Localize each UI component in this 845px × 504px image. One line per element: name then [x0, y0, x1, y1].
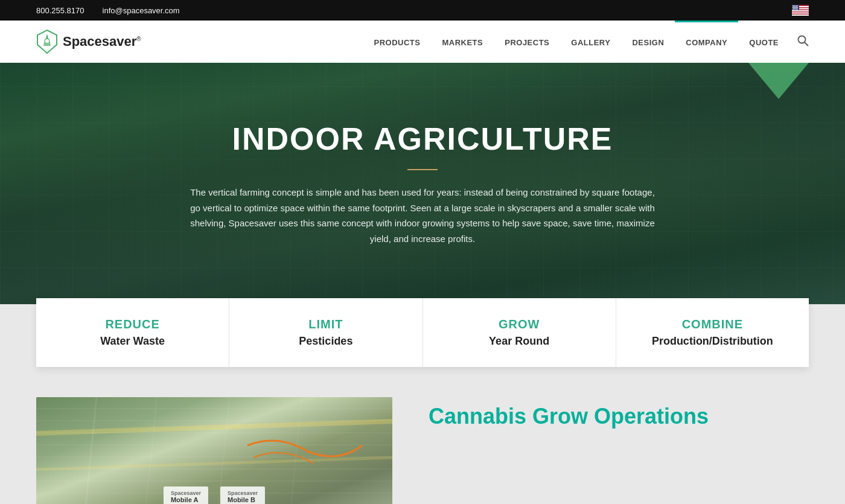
image-badge-a: Spacesaver Mobile A [164, 486, 208, 504]
hero-description: The vertical farming concept is simple a… [187, 185, 658, 246]
language-flag[interactable] [792, 5, 809, 16]
svg-line-38 [290, 397, 302, 504]
svg-point-14 [796, 6, 796, 7]
svg-point-21 [793, 8, 794, 8]
logo-icon [36, 29, 58, 54]
svg-point-31 [799, 36, 806, 43]
svg-point-17 [794, 7, 794, 8]
nav-projects[interactable]: PROJECTS [494, 21, 560, 63]
feature-limit-sublabel: Pesticides [241, 335, 410, 348]
nav-quote[interactable]: QUOTE [738, 21, 789, 63]
phone-number[interactable]: 800.255.8170 [36, 6, 84, 15]
svg-point-26 [794, 9, 794, 10]
svg-line-36 [145, 397, 157, 504]
svg-point-18 [795, 7, 796, 8]
nav-company[interactable]: COMPANY [675, 21, 738, 63]
bottom-text: Cannabis Grow Operations [429, 397, 809, 435]
svg-point-30 [45, 39, 49, 43]
nav-markets[interactable]: MARKETS [431, 21, 494, 63]
cannabis-title: Cannabis Grow Operations [429, 403, 809, 429]
svg-rect-3 [792, 10, 809, 11]
svg-line-35 [84, 397, 97, 504]
svg-point-29 [797, 9, 798, 10]
svg-line-32 [805, 42, 808, 46]
image-badge-b: Spacesaver Mobile B [220, 486, 265, 504]
nav-products[interactable]: PRODUCTS [363, 21, 431, 63]
feature-reduce-label: REDUCE [48, 317, 217, 331]
hero-content: INDOOR AGRICULTURE The vertical farming … [163, 121, 682, 246]
nav-design[interactable]: DESIGN [621, 21, 675, 63]
svg-point-23 [796, 8, 796, 8]
logo[interactable]: Spacesaver® [36, 29, 141, 54]
cannabis-image: Spacesaver Mobile A Spacesaver Mobile B [36, 397, 392, 504]
feature-reduce[interactable]: REDUCE Water Waste [36, 298, 229, 367]
feature-limit-label: LIMIT [241, 317, 410, 331]
feature-combine[interactable]: COMBINE Production/Distribution [616, 298, 809, 367]
svg-point-10 [796, 5, 797, 6]
bottom-section: Spacesaver Mobile A Spacesaver Mobile B … [0, 367, 845, 504]
svg-point-22 [794, 8, 795, 8]
email-address[interactable]: info@spacesaver.com [103, 6, 180, 15]
feature-grow[interactable]: GROW Year Round [423, 298, 616, 367]
hero-title: INDOOR AGRICULTURE [187, 121, 658, 157]
svg-point-24 [797, 8, 797, 8]
svg-point-8 [794, 5, 794, 6]
svg-point-13 [794, 6, 795, 7]
image-badges: Spacesaver Mobile A Spacesaver Mobile B [164, 486, 265, 504]
logo-text: Spacesaver® [63, 34, 141, 49]
svg-line-33 [36, 421, 392, 433]
svg-rect-5 [792, 14, 809, 16]
svg-point-12 [793, 6, 794, 7]
nav-gallery[interactable]: GALLERY [560, 21, 621, 63]
feature-combine-label: COMBINE [628, 317, 797, 331]
feature-reduce-sublabel: Water Waste [48, 335, 217, 348]
svg-point-20 [797, 7, 798, 8]
svg-point-15 [797, 6, 797, 7]
svg-point-28 [796, 9, 797, 10]
feature-combine-sublabel: Production/Distribution [628, 335, 797, 348]
hero-triangle-decoration [748, 63, 809, 99]
nav-links: PRODUCTS MARKETS PROJECTS GALLERY DESIGN… [363, 21, 789, 63]
svg-point-9 [795, 5, 796, 6]
svg-point-27 [795, 9, 796, 10]
feature-grow-label: GROW [435, 317, 604, 331]
hero-section: INDOOR AGRICULTURE The vertical farming … [0, 63, 845, 304]
feature-grow-sublabel: Year Round [435, 335, 604, 348]
navbar: Spacesaver® PRODUCTS MARKETS PROJECTS GA… [0, 21, 845, 63]
svg-point-16 [792, 7, 793, 8]
features-bar: REDUCE Water Waste LIMIT Pesticides GROW… [36, 298, 809, 367]
svg-point-25 [792, 9, 793, 10]
hero-divider [407, 169, 438, 170]
feature-limit[interactable]: LIMIT Pesticides [229, 298, 422, 367]
svg-point-19 [796, 7, 797, 8]
top-bar: 800.255.8170 info@spacesaver.com [0, 0, 845, 21]
svg-point-7 [792, 5, 793, 6]
svg-point-11 [797, 5, 798, 6]
search-icon[interactable] [797, 34, 809, 49]
svg-rect-4 [792, 13, 809, 14]
